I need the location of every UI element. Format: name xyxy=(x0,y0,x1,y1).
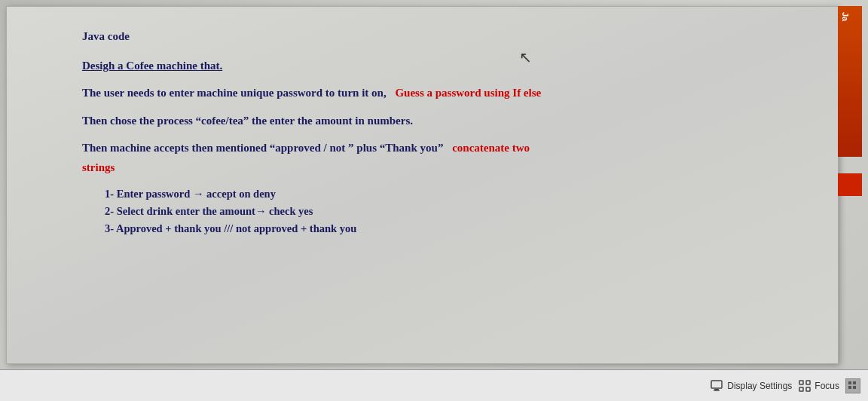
focus-icon xyxy=(798,379,811,393)
svg-rect-7 xyxy=(848,381,851,384)
grid-icon-box xyxy=(845,378,860,393)
accepts-red-text: concatenate two xyxy=(452,142,530,154)
content-area: Java code Desigh a Cofee machine that. T… xyxy=(7,7,838,363)
strings-line: strings xyxy=(82,159,800,176)
svg-rect-3 xyxy=(799,381,803,384)
focus-item[interactable]: Focus xyxy=(798,379,839,393)
password-red-text: Guess a password using If else xyxy=(395,87,541,99)
red-sidebar: Ja xyxy=(838,6,862,157)
java-code-heading: Java code xyxy=(82,28,800,45)
steps-list: 1- Enter password → accept on deny 2- Se… xyxy=(105,188,800,235)
accepts-normal-text: Then machine accepts then mentioned “app… xyxy=(82,142,443,154)
heading-text: Java code xyxy=(82,30,130,42)
step-2: 2- Select drink enter the amount→ check … xyxy=(105,205,800,218)
focus-label: Focus xyxy=(815,381,839,391)
grid-icon xyxy=(848,381,858,391)
svg-rect-6 xyxy=(806,387,810,391)
password-line: The user needs to enter machine unique p… xyxy=(82,84,800,102)
accepts-line: Then machine accepts then mentioned “app… xyxy=(82,139,800,157)
svg-rect-10 xyxy=(853,386,856,389)
step1-text: 1- Enter password → accept on deny xyxy=(105,188,276,200)
sidebar-tab-label: Ja xyxy=(838,6,853,27)
red-sidebar-accent xyxy=(838,173,862,196)
svg-rect-5 xyxy=(799,387,803,391)
process-line: Then chose the process “cofee/tea” the e… xyxy=(82,112,800,130)
process-text: Then chose the process “cofee/tea” the e… xyxy=(82,115,413,127)
step2-text: 2- Select drink enter the amount→ check … xyxy=(105,205,313,217)
taskbar: Display Settings Focus xyxy=(0,369,868,401)
step3-text: 3- Approved + thank you /// not approved… xyxy=(105,222,356,234)
display-settings-item[interactable]: Display Settings xyxy=(711,379,792,393)
design-text: Desigh a Cofee machine that. xyxy=(82,60,222,72)
design-line: Desigh a Cofee machine that. xyxy=(82,57,800,75)
strings-text: strings xyxy=(82,161,115,173)
svg-rect-4 xyxy=(806,381,810,384)
svg-rect-9 xyxy=(848,386,851,389)
paper-document: ↖ Java code Desigh a Cofee machine that.… xyxy=(6,6,839,364)
svg-rect-0 xyxy=(711,381,722,388)
password-normal-text: The user needs to enter machine unique p… xyxy=(82,87,387,99)
display-settings-label: Display Settings xyxy=(727,381,792,391)
step-1: 1- Enter password → accept on deny xyxy=(105,188,800,200)
step-3: 3- Approved + thank you /// not approved… xyxy=(105,222,800,235)
svg-rect-8 xyxy=(853,381,856,384)
display-settings-icon xyxy=(711,379,724,393)
